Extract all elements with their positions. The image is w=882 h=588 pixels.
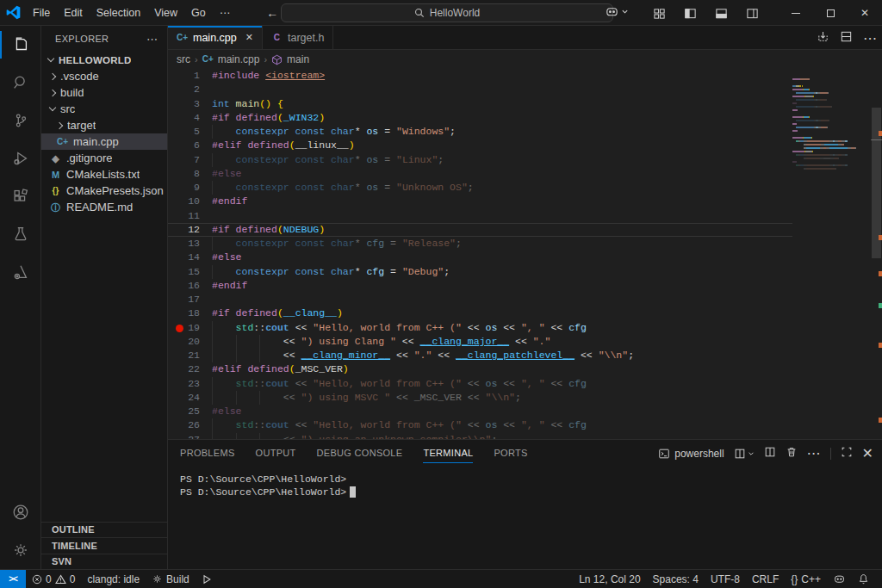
panel-tab-terminal[interactable]: TERMINAL: [423, 443, 473, 463]
tree-item--vscode[interactable]: .vscode: [41, 68, 167, 84]
cmake-build-button[interactable]: Build: [146, 570, 196, 588]
activity-testing-button[interactable]: [0, 215, 41, 253]
gutter-line-4[interactable]: 4: [168, 111, 212, 125]
code-editor[interactable]: 1#include <iostream>23int main() {4#if d…: [168, 69, 882, 439]
code-line-3[interactable]: 3int main() {: [168, 97, 792, 111]
copilot-status-button[interactable]: [827, 570, 852, 588]
code-line-13[interactable]: 13 constexpr const char* cfg = "Release"…: [168, 237, 792, 251]
gutter-line-13[interactable]: 13: [168, 237, 212, 251]
section-outline[interactable]: OUTLINE: [41, 522, 167, 538]
tree-item-src[interactable]: src: [41, 101, 167, 117]
activity-explorer-button[interactable]: [0, 26, 41, 64]
panel-more-actions-button[interactable]: ⋯: [807, 445, 821, 461]
code-line-25[interactable]: 25#else: [168, 405, 792, 418]
activity-extensions-button[interactable]: [0, 177, 41, 215]
code-line-19[interactable]: 19 std::cout << "Hello, world from C++ (…: [168, 321, 792, 335]
code-line-11[interactable]: 11: [168, 209, 792, 223]
menu-item-go[interactable]: Go: [184, 4, 213, 22]
panel-tab-debug-console[interactable]: DEBUG CONSOLE: [317, 443, 403, 462]
maximize-button[interactable]: [813, 0, 848, 26]
notifications-button[interactable]: [852, 570, 875, 588]
gutter-line-11[interactable]: 11: [168, 209, 212, 223]
code-line-18[interactable]: 18#if defined(__clang__): [168, 306, 792, 320]
code-line-9[interactable]: 9 constexpr const char* os = "Unknown OS…: [168, 181, 792, 195]
gutter-line-15[interactable]: 15: [168, 265, 212, 279]
activity-source-control-button[interactable]: [0, 102, 41, 139]
minimap[interactable]: [792, 73, 868, 166]
tree-item-readme-md[interactable]: ⓘREADME.md: [41, 199, 167, 215]
terminal-shell-button[interactable]: powershell: [658, 448, 724, 460]
gutter-line-27[interactable]: 27: [168, 433, 212, 440]
code-line-10[interactable]: 10#endif: [168, 195, 792, 208]
gutter-line-25[interactable]: 25: [168, 405, 212, 418]
tree-item-cmakelists-txt[interactable]: MCMakeLists.txt: [41, 166, 167, 183]
menu-item-view[interactable]: View: [147, 4, 184, 22]
launch-target-button[interactable]: [196, 570, 218, 588]
toggle-panel-button[interactable]: [710, 7, 732, 20]
clangd-status[interactable]: clangd: idle: [81, 570, 146, 588]
tab-target-h[interactable]: C target.h: [263, 26, 333, 49]
workspace-root-row[interactable]: HELLOWORLD: [41, 52, 167, 68]
tree-item-build[interactable]: build: [41, 84, 167, 101]
tree-item-cmakepresets-json[interactable]: {}CMakePresets.json: [41, 183, 167, 199]
tree-item-main-cpp[interactable]: C+main.cpp: [41, 133, 167, 150]
gutter-line-24[interactable]: 24: [168, 391, 212, 405]
customize-layout-button[interactable]: [648, 7, 670, 20]
gutter-line-1[interactable]: 1: [168, 69, 212, 83]
eol-indicator[interactable]: CRLF: [746, 570, 785, 588]
gutter-line-14[interactable]: 14: [168, 251, 212, 264]
maximize-panel-button[interactable]: [841, 446, 853, 461]
code-line-17[interactable]: 17: [168, 293, 792, 306]
activity-search-button[interactable]: [0, 64, 41, 102]
gutter-line-22[interactable]: 22: [168, 362, 212, 376]
code-line-2[interactable]: 2: [168, 83, 792, 96]
account-button[interactable]: [0, 493, 41, 531]
code-line-7[interactable]: 7 constexpr const char* os = "Linux";: [168, 153, 792, 167]
code-line-4[interactable]: 4#if defined(_WIN32): [168, 111, 792, 125]
close-panel-button[interactable]: ✕: [862, 445, 873, 461]
breakpoint-icon[interactable]: [176, 325, 183, 332]
download-target-button[interactable]: [817, 30, 829, 46]
remote-indicator-button[interactable]: ><: [0, 570, 26, 588]
split-terminal-button[interactable]: [764, 446, 776, 461]
toggle-sidebar-button[interactable]: [679, 7, 701, 20]
gutter-line-8[interactable]: 8: [168, 167, 212, 181]
editor-more-actions-button[interactable]: ⋯: [863, 30, 877, 46]
toggle-secondary-sidebar-button[interactable]: [741, 7, 763, 20]
tab-main-cpp[interactable]: C+ main.cpp ✕: [168, 26, 263, 49]
breadcrumb-file[interactable]: main.cpp: [218, 53, 260, 65]
gutter-line-16[interactable]: 16: [168, 279, 212, 293]
gutter-line-2[interactable]: 2: [168, 83, 212, 96]
settings-button[interactable]: [0, 531, 41, 569]
problems-button[interactable]: 0 0: [26, 570, 81, 588]
gutter-line-10[interactable]: 10: [168, 195, 212, 208]
command-center-search[interactable]: HelloWorld: [281, 3, 613, 22]
gutter-line-23[interactable]: 23: [168, 377, 212, 391]
code-line-24[interactable]: 24 << ") using MSVC " << _MSC_VER << "\\…: [168, 391, 792, 405]
code-line-21[interactable]: 21 << __clang_minor__ << "." << __clang_…: [168, 349, 792, 362]
gutter-line-12[interactable]: 12: [168, 223, 212, 237]
code-line-14[interactable]: 14#else: [168, 251, 792, 264]
code-line-16[interactable]: 16#endif: [168, 279, 792, 293]
history-back-button[interactable]: ←: [266, 6, 278, 20]
section-svn[interactable]: SVN: [41, 554, 167, 570]
breadcrumb-folder[interactable]: src: [177, 53, 190, 65]
code-line-15[interactable]: 15 constexpr const char* cfg = "Debug";: [168, 265, 792, 279]
gutter-line-7[interactable]: 7: [168, 153, 212, 167]
gutter-line-18[interactable]: 18: [168, 306, 212, 320]
gutter-line-3[interactable]: 3: [168, 97, 212, 111]
code-line-27[interactable]: 27 << ") using an unknown compiler\\n";: [168, 433, 792, 440]
gutter-line-26[interactable]: 26: [168, 418, 212, 432]
code-line-6[interactable]: 6#elif defined(__linux__): [168, 139, 792, 152]
code-line-1[interactable]: 1#include <iostream>: [168, 69, 792, 83]
indent-indicator[interactable]: Spaces: 4: [647, 570, 705, 588]
code-line-26[interactable]: 26 std::cout << "Hello, world from C++ (…: [168, 418, 792, 432]
panel-tab-problems[interactable]: PROBLEMS: [180, 443, 235, 462]
split-editor-button[interactable]: [840, 30, 853, 46]
minimize-button[interactable]: [779, 0, 813, 26]
gutter-line-21[interactable]: 21: [168, 349, 212, 362]
launch-profile-button[interactable]: [734, 448, 755, 460]
code-line-5[interactable]: 5 constexpr const char* os = "Windows";: [168, 125, 792, 139]
close-tab-icon[interactable]: ✕: [245, 32, 253, 43]
menu-item-selection[interactable]: Selection: [90, 4, 147, 22]
